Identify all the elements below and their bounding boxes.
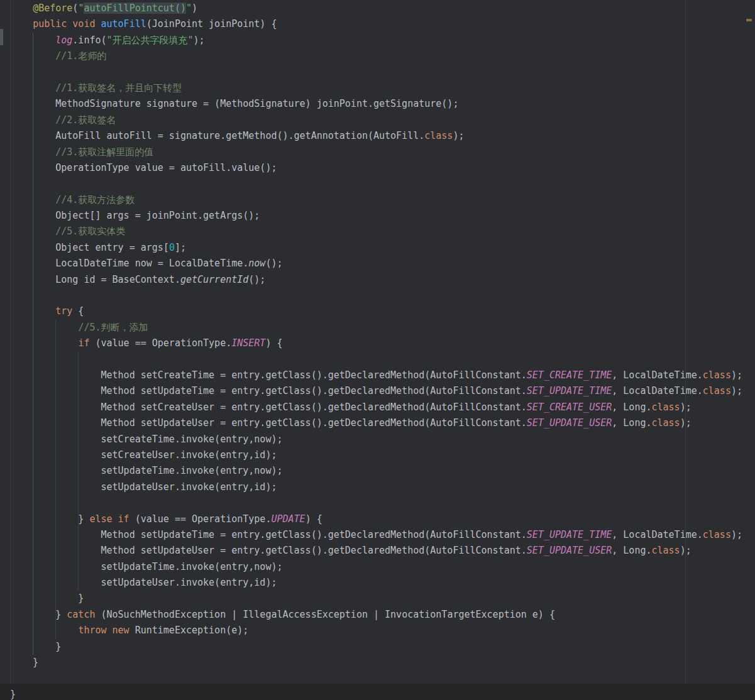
code-lines: @Before("autoFillPointcut()") public voi…: [0, 0, 755, 700]
gutter-change-marker: [0, 29, 3, 45]
code-line[interactable]: [10, 176, 755, 192]
code-line[interactable]: throw new RuntimeException(e);: [10, 623, 755, 638]
code-line[interactable]: AutoFill autoFill = signature.getMethod(…: [10, 128, 755, 144]
code-line[interactable]: [10, 495, 755, 511]
code-line[interactable]: setUpdateUser.invoke(entry,id);: [10, 575, 755, 591]
code-line[interactable]: Method setCreateUser = entry.getClass().…: [10, 400, 755, 415]
code-line[interactable]: //5.获取实体类: [10, 224, 755, 239]
code-line[interactable]: try {: [10, 304, 755, 319]
code-line[interactable]: //5.判断，添加: [10, 320, 755, 336]
code-line[interactable]: setUpdateUser.invoke(entry,id);: [10, 479, 755, 495]
code-line[interactable]: [10, 65, 755, 80]
code-line[interactable]: //2.获取签名: [10, 112, 755, 128]
code-line[interactable]: }: [10, 687, 755, 700]
vertical-scrollbar[interactable]: [749, 0, 755, 700]
code-line[interactable]: Object[] args = joinPoint.getArgs();: [10, 208, 755, 224]
code-line[interactable]: setUpdateTime.invoke(entry,now);: [10, 559, 755, 575]
code-line[interactable]: } catch (NoSuchMethodException | Illegal…: [10, 607, 755, 623]
code-line[interactable]: //1.获取签名，并且向下转型: [10, 80, 755, 96]
code-line[interactable]: //1.老师的: [10, 48, 755, 64]
code-line[interactable]: setUpdateTime.invoke(entry,now);: [10, 463, 755, 479]
code-line[interactable]: log.info("开启公共字段填充");: [10, 33, 755, 48]
code-line[interactable]: }: [10, 591, 755, 606]
code-line[interactable]: MethodSignature signature = (MethodSigna…: [10, 96, 755, 112]
code-line[interactable]: Long id = BaseContext.getCurrentId();: [10, 272, 755, 288]
code-line[interactable]: Method setUpdateUser = entry.getClass().…: [10, 415, 755, 431]
code-line[interactable]: @Before("autoFillPointcut()"): [10, 1, 755, 16]
code-line[interactable]: Method setUpdateTime = entry.getClass().…: [10, 383, 755, 399]
code-line[interactable]: }: [10, 655, 755, 670]
code-line[interactable]: LocalDateTime now = LocalDateTime.now();: [10, 256, 755, 271]
code-line[interactable]: //3.获取注解里面的值: [10, 145, 755, 160]
code-line[interactable]: public void autoFill(JoinPoint joinPoint…: [10, 16, 755, 32]
code-line[interactable]: Object entry = args[0];: [10, 240, 755, 256]
code-line[interactable]: OperationType value = autoFill.value();: [10, 160, 755, 176]
code-line[interactable]: [10, 670, 755, 686]
code-line[interactable]: } else if (value == OperationType.UPDATE…: [10, 511, 755, 527]
code-line[interactable]: Method setUpdateTime = entry.getClass().…: [10, 527, 755, 543]
code-line[interactable]: }: [10, 639, 755, 655]
code-line[interactable]: [10, 352, 755, 368]
code-line[interactable]: //4.获取方法参数: [10, 192, 755, 208]
code-editor[interactable]: @Before("autoFillPointcut()") public voi…: [0, 0, 755, 700]
code-line[interactable]: if (value == OperationType.INSERT) {: [10, 336, 755, 351]
code-line[interactable]: setCreateUser.invoke(entry,id);: [10, 447, 755, 463]
code-line[interactable]: Method setCreateTime = entry.getClass().…: [10, 368, 755, 383]
code-line[interactable]: setCreateTime.invoke(entry,now);: [10, 432, 755, 447]
code-line[interactable]: [10, 288, 755, 304]
code-line[interactable]: Method setUpdateUser = entry.getClass().…: [10, 543, 755, 559]
